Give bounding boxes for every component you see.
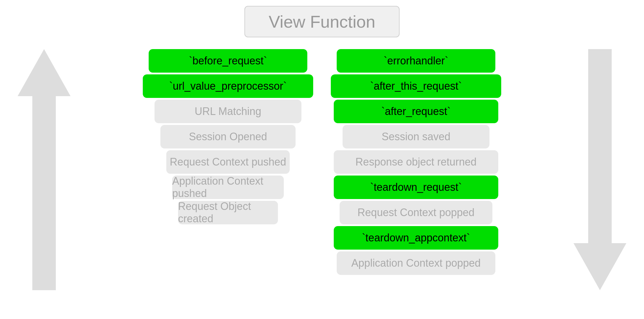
url-matching-label: URL Matching [195,105,261,118]
diagram-container: View Function `before_request` `url_valu… [0,0,644,319]
response-object-returned-label: Response object returned [355,156,477,168]
before-request-box: `before_request` [149,49,307,73]
svg-marker-0 [18,49,71,290]
url-matching-box: URL Matching [155,100,301,123]
application-context-popped-label: Application Context popped [351,257,481,269]
session-opened-label: Session Opened [189,131,267,143]
after-request-label: `after_request` [381,105,451,118]
session-opened-box: Session Opened [160,125,296,148]
pyramids-area: `before_request` `url_value_preprocessor… [0,49,644,275]
request-context-popped-box: Request Context popped [340,201,492,224]
request-object-created-box: Request Object created [178,201,278,224]
right-down-arrow-icon [573,49,626,290]
errorhandler-label: `errorhandler` [384,55,448,67]
after-this-request-label: `after_this_request` [370,80,462,92]
url-value-preprocessor-box: `url_value_preprocessor` [143,74,313,98]
left-up-arrow-icon [18,49,71,290]
after-request-box: `after_request` [334,100,498,123]
response-object-returned-box: Response object returned [334,150,498,174]
view-function-box: View Function [244,6,399,37]
teardown-appcontext-box: `teardown_appcontext` [334,226,498,250]
teardown-appcontext-label: `teardown_appcontext` [362,232,470,244]
application-context-popped-box: Application Context popped [337,251,495,275]
session-saved-label: Session saved [382,131,450,143]
url-value-preprocessor-label: `url_value_preprocessor` [169,80,287,92]
before-request-label: `before_request` [189,55,267,67]
svg-marker-1 [573,49,626,290]
session-saved-box: Session saved [343,125,489,148]
teardown-request-box: `teardown_request` [334,176,498,199]
request-context-pushed-box: Request Context pushed [166,150,290,174]
errorhandler-box: `errorhandler` [337,49,495,73]
request-context-pushed-label: Request Context pushed [170,156,286,168]
request-context-popped-label: Request Context popped [358,206,474,219]
application-context-pushed-box: Application Context pushed [172,176,284,199]
left-pyramid: `before_request` `url_value_preprocessor… [143,49,313,275]
view-function-label: View Function [269,12,375,31]
after-this-request-box: `after_this_request` [331,74,501,98]
request-object-created-label: Request Object created [178,200,278,225]
teardown-request-label: `teardown_request` [370,181,462,193]
application-context-pushed-label: Application Context pushed [172,175,284,200]
right-pyramid: `errorhandler` `after_this_request` `aft… [331,49,501,275]
